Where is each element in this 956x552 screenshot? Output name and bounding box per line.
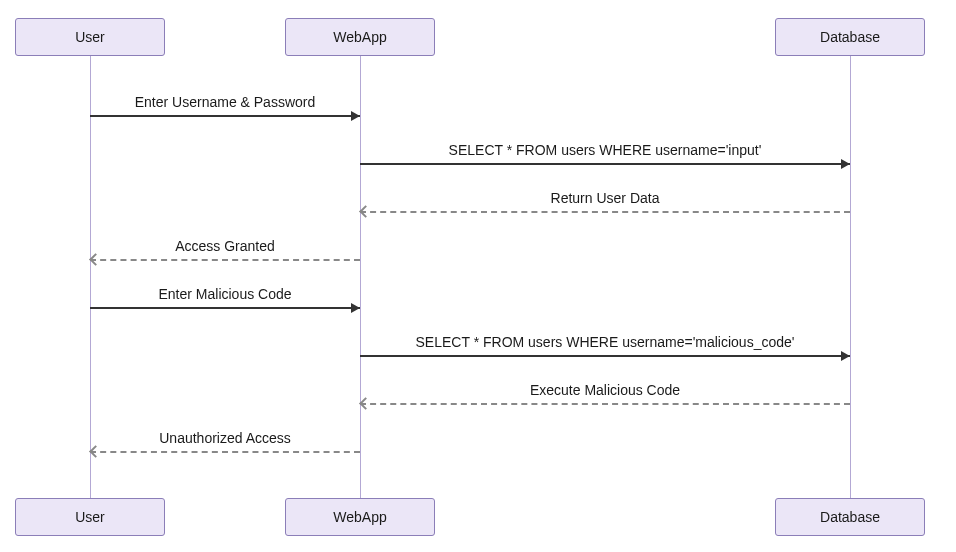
message-label: Enter Username & Password: [90, 94, 360, 110]
message-line: [90, 259, 360, 261]
participant-database-top: Database: [775, 18, 925, 56]
message-line: [360, 163, 850, 165]
participant-label: User: [75, 29, 105, 45]
arrow-left-icon: [89, 253, 102, 266]
participant-label: WebApp: [333, 509, 386, 525]
message-label: Enter Malicious Code: [90, 286, 360, 302]
arrow-left-icon: [89, 445, 102, 458]
message-label: Unauthorized Access: [90, 430, 360, 446]
message-line: [360, 211, 850, 213]
arrow-right-icon: [351, 303, 360, 313]
participant-label: WebApp: [333, 29, 386, 45]
message-line: [360, 355, 850, 357]
participant-label: User: [75, 509, 105, 525]
arrow-left-icon: [359, 397, 372, 410]
message-label: Execute Malicious Code: [360, 382, 850, 398]
arrow-right-icon: [351, 111, 360, 121]
participant-user-bottom: User: [15, 498, 165, 536]
message-label: Access Granted: [90, 238, 360, 254]
message-line: [90, 115, 360, 117]
participant-label: Database: [820, 509, 880, 525]
participant-database-bottom: Database: [775, 498, 925, 536]
message-label: SELECT * FROM users WHERE username='mali…: [360, 334, 850, 350]
lifeline-database: [850, 55, 851, 500]
message-label: SELECT * FROM users WHERE username='inpu…: [360, 142, 850, 158]
participant-webapp-top: WebApp: [285, 18, 435, 56]
participant-user-top: User: [15, 18, 165, 56]
message-label: Return User Data: [360, 190, 850, 206]
lifeline-webapp: [360, 55, 361, 500]
arrow-right-icon: [841, 351, 850, 361]
participant-label: Database: [820, 29, 880, 45]
arrow-right-icon: [841, 159, 850, 169]
arrow-left-icon: [359, 205, 372, 218]
message-line: [90, 307, 360, 309]
participant-webapp-bottom: WebApp: [285, 498, 435, 536]
message-line: [360, 403, 850, 405]
message-line: [90, 451, 360, 453]
